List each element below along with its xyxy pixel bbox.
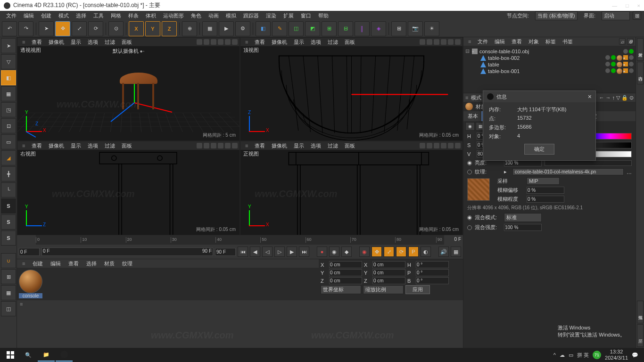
menu-tracker[interactable]: 跟踪器	[240, 11, 262, 20]
timeline-ruler[interactable]: 0 10 20 30 40 50 60 70 80 90 0 F	[36, 235, 444, 245]
blendstr-input[interactable]: 100 %	[504, 224, 542, 231]
maximize-button[interactable]: □	[626, 3, 629, 8]
sound[interactable]: 🔊	[438, 247, 449, 257]
texture-mode[interactable]: ▦	[1, 86, 16, 101]
field[interactable]: ║	[355, 21, 370, 36]
film[interactable]: ▦	[451, 247, 461, 257]
size-z[interactable]: 0 cm	[372, 277, 405, 284]
rot-h[interactable]: 0 °	[416, 261, 449, 268]
texture-radio[interactable]	[467, 170, 472, 174]
vp-filter[interactable]: 过滤	[102, 38, 118, 46]
size-y[interactable]: 0 cm	[372, 269, 405, 276]
layout-select[interactable]: 启动	[602, 11, 630, 20]
vp-view[interactable]: 查看	[29, 38, 45, 46]
coord-world[interactable]: 世界坐标	[321, 285, 361, 294]
axis-z[interactable]: Z	[162, 21, 177, 36]
frame-end[interactable]: 90 F	[215, 248, 236, 256]
vp-panel[interactable]: 面板	[119, 38, 135, 46]
select-tool[interactable]: ➤	[39, 21, 54, 36]
undo-button[interactable]: ↶	[2, 21, 17, 36]
goto-start[interactable]: ⏮	[238, 247, 248, 257]
align[interactable]: ◫	[1, 301, 16, 316]
menu-mesh[interactable]: 网格	[107, 11, 124, 20]
pen-tool[interactable]: ✎	[272, 21, 287, 36]
minimize-button[interactable]: —	[612, 3, 617, 8]
info-close[interactable]: ×	[588, 93, 592, 100]
tray-cloud-icon[interactable]: ☁	[560, 352, 565, 358]
menu-select[interactable]: 选择	[73, 11, 90, 20]
workplane2[interactable]: ⊞	[1, 269, 16, 284]
menu-animate[interactable]: 动画	[205, 11, 222, 20]
move-tool[interactable]: ✥	[55, 21, 70, 36]
texture-file[interactable]: console-table-010-col-metalness-4k.pn	[512, 168, 624, 175]
pos-x[interactable]: 0 cm	[329, 261, 362, 268]
key-param[interactable]: P	[408, 247, 419, 257]
content-tab[interactable]: 内容	[637, 62, 644, 84]
menu-help[interactable]: 帮助	[315, 11, 332, 20]
material-name[interactable]: console	[19, 293, 42, 298]
viewport-perspective[interactable]: ≡ 查看 摄像机 显示 选项 过滤 面板 透视视图 默认摄像机 ●◦	[17, 37, 240, 141]
tray-notification-icon[interactable]: 💬	[632, 352, 638, 358]
menu-character[interactable]: 角色	[188, 11, 205, 20]
sampling-select[interactable]: MIP	[527, 177, 560, 185]
blend-radio[interactable]	[467, 215, 472, 220]
viewport-front[interactable]: ≡查看摄像机显示选项过滤面板 正视图 Y X 网格间距 : 0.05 cm	[240, 141, 463, 235]
vp-options[interactable]: 选项	[85, 38, 101, 46]
light[interactable]: ☀	[424, 21, 439, 36]
nodespace-select[interactable]: 当前 (标准/物理)	[535, 11, 578, 20]
menu-edit[interactable]: 编辑	[20, 11, 37, 20]
pos-z[interactable]: 0 cm	[329, 277, 362, 284]
camera[interactable]: 📷	[408, 21, 423, 36]
tree-item[interactable]: table▪	[465, 61, 634, 68]
play-back[interactable]: ◁	[262, 247, 272, 257]
render-pv[interactable]: ▶	[219, 21, 234, 36]
snap-s2[interactable]: S	[1, 214, 16, 230]
vp-display[interactable]: 显示	[68, 38, 84, 46]
model-mode[interactable]: ◧	[1, 70, 16, 85]
blendstr-radio[interactable]	[467, 225, 472, 230]
axis-handle[interactable]: └	[1, 182, 16, 197]
menu-simulate[interactable]: 模拟	[223, 11, 239, 20]
scale-tool[interactable]: ⤢	[72, 21, 87, 36]
key-pla[interactable]: ◐	[421, 247, 431, 257]
timeline-slider[interactable]: 0 F90 F	[41, 247, 213, 256]
workplane[interactable]: ◳	[1, 102, 16, 117]
grid-snap[interactable]: ▦	[1, 285, 16, 300]
snap-s[interactable]: S	[1, 198, 16, 214]
menu-extensions[interactable]: 扩展	[280, 11, 297, 20]
rotate-tool[interactable]: ⟳	[88, 21, 103, 36]
object-tree[interactable]: ⊟▫console-table-010.obj table-box-002▪ t…	[463, 46, 636, 93]
magnet[interactable]: ∪	[1, 253, 16, 268]
info-ok-button[interactable]: 确定	[524, 144, 554, 155]
blendmode-select[interactable]: 标准	[504, 213, 542, 222]
array[interactable]: ⊞	[322, 21, 337, 36]
pos-y[interactable]: 0 cm	[329, 269, 362, 276]
keyframe[interactable]: ◆	[341, 247, 352, 257]
play-forward[interactable]: ▷	[274, 247, 285, 257]
extrude[interactable]: ◩	[305, 21, 320, 36]
tray-perf[interactable]: 71	[593, 351, 601, 359]
layer-tab[interactable]: 层	[637, 324, 644, 347]
menu-create[interactable]: 创建	[38, 11, 55, 20]
polygon-mode[interactable]: ◢	[1, 150, 16, 165]
recent-tool[interactable]: ⊙	[108, 21, 124, 36]
menu-volume[interactable]: 体积	[142, 11, 159, 20]
goto-end[interactable]: ⏭	[299, 247, 309, 257]
edge-mode[interactable]: ▭	[1, 134, 16, 149]
apply-button[interactable]: 应用	[405, 285, 430, 294]
key-rot[interactable]: ⟳	[396, 247, 406, 257]
material-preview[interactable]	[19, 270, 42, 293]
brightness-slider[interactable]	[545, 160, 632, 166]
axis-mode[interactable]: ╋	[1, 166, 16, 181]
render-view[interactable]: ▦	[202, 21, 217, 36]
attr-tab[interactable]: 属性	[637, 301, 644, 323]
frame-start[interactable]: 0 F	[19, 248, 40, 256]
start-button[interactable]	[2, 348, 19, 362]
autokey[interactable]: ◉	[329, 247, 339, 257]
menu-window[interactable]: 窗口	[297, 11, 314, 20]
make-editable[interactable]: ▽	[1, 54, 16, 69]
bluroffset-input[interactable]: 0 %	[527, 187, 564, 194]
viewport-top[interactable]: ≡ 查看摄像机显示选项过滤面板 顶视图 Z	[240, 37, 463, 141]
tree-item[interactable]: table-box-002▪	[465, 55, 634, 61]
key-sel[interactable]: ◉	[359, 247, 370, 257]
